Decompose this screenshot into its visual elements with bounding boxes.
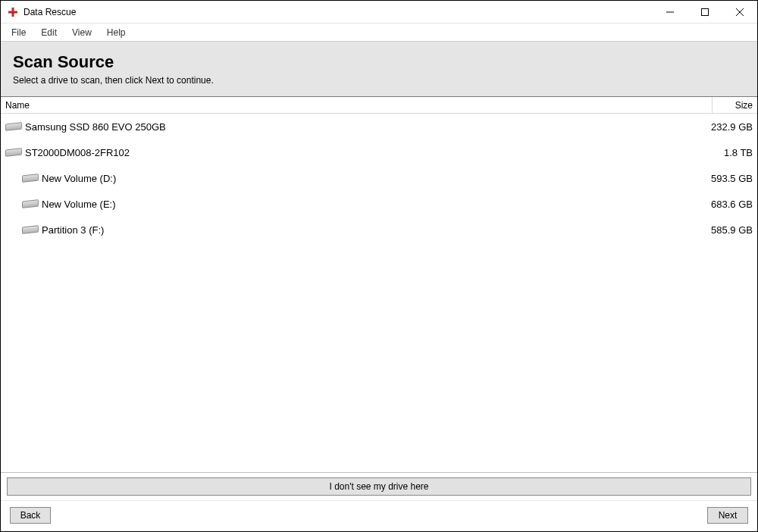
volume-size: 593.5 GB [711,173,753,184]
drive-list: Samsung SSD 860 EVO 250GB 232.9 GB ST200… [1,114,757,472]
volume-row[interactable]: Partition 3 (F:) 585.9 GB [1,217,757,243]
menu-view[interactable]: View [64,26,99,39]
volume-name: New Volume (E:) [40,199,711,210]
drive-size: 232.9 GB [711,121,753,133]
volume-icon [20,226,40,233]
volume-row[interactable]: New Volume (E:) 683.6 GB [1,191,757,217]
page-subtitle: Select a drive to scan, then click Next … [13,75,745,86]
volume-name: New Volume (D:) [40,173,711,184]
back-button[interactable]: Back [10,507,51,524]
column-headers: Name Size [1,97,757,114]
titlebar: Data Rescue [1,1,757,23]
footer-nav: Back Next [1,500,757,531]
menu-file[interactable]: File [4,26,33,39]
page-header: Scan Source Select a drive to scan, then… [1,42,757,97]
drive-row[interactable]: ST2000DM008-2FR102 1.8 TB [1,139,757,165]
drive-name: Samsung SSD 860 EVO 250GB [23,121,711,133]
maximize-button[interactable] [688,1,722,23]
window-controls [653,1,757,23]
next-button[interactable]: Next [707,507,748,524]
volume-size: 585.9 GB [711,224,753,236]
drive-icon [4,123,23,130]
svg-rect-3 [702,8,709,15]
column-header-name[interactable]: Name [1,100,712,111]
menu-edit[interactable]: Edit [33,26,64,39]
drive-size: 1.8 TB [724,147,753,158]
close-button[interactable] [722,1,757,23]
page-title: Scan Source [13,52,745,72]
app-icon [7,6,19,18]
window-title: Data Rescue [23,7,76,17]
volume-size: 683.6 GB [711,199,753,210]
no-drive-button[interactable]: I don't see my drive here [7,477,751,496]
volume-icon [20,200,40,208]
drive-icon [4,149,23,156]
menubar: File Edit View Help [1,23,757,42]
menu-help[interactable]: Help [99,26,133,39]
column-header-size[interactable]: Size [712,97,757,113]
svg-rect-1 [8,11,17,13]
drive-name: ST2000DM008-2FR102 [23,147,724,158]
volume-icon [20,174,40,182]
minimize-button[interactable] [653,1,688,23]
volume-name: Partition 3 (F:) [40,224,711,236]
volume-row[interactable]: New Volume (D:) 593.5 GB [1,165,757,191]
drive-row[interactable]: Samsung SSD 860 EVO 250GB 232.9 GB [1,114,757,139]
bottom-bar: I don't see my drive here [1,472,757,500]
